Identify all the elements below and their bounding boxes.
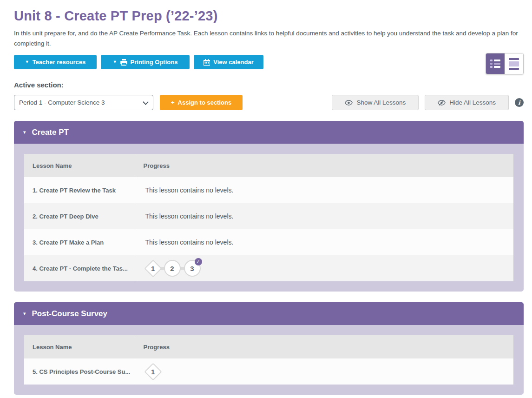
completed-check-icon: ✓ — [195, 258, 202, 265]
toolbar: ▼ Teacher resources ▼ Printing Options V… — [14, 55, 524, 76]
column-header-progress: Progress — [135, 154, 513, 177]
lesson-name-link[interactable]: 4. Create PT - Complete the Tas... — [24, 255, 135, 281]
lesson-row: 2. Create PT Deep Dive This lesson conta… — [24, 203, 513, 229]
show-all-lessons-button[interactable]: Show All Lessons — [332, 95, 419, 110]
lesson-row: 3. Create PT Make a Plan This lesson con… — [24, 229, 513, 255]
section-select[interactable]: Period 1 - Computer Science 3 — [14, 95, 153, 110]
printer-icon — [120, 59, 127, 66]
lesson-name-link[interactable]: 2. Create PT Deep Dive — [24, 203, 135, 229]
detail-view-icon — [509, 58, 519, 70]
caret-down-icon: ▾ — [23, 129, 26, 135]
unit-overview-page: Unit 8 - Create PT Prep (’22-’23) In thi… — [0, 0, 532, 395]
lesson-group-create-pt: ▾ Create PT Lesson Name Progress 1. Crea… — [14, 121, 524, 292]
level-bubble[interactable]: 1 — [144, 363, 162, 380]
lesson-group-post-course-survey: ▾ Post-Course Survey Lesson Name Progres… — [14, 302, 524, 395]
lesson-group-header[interactable]: ▾ Post-Course Survey — [14, 302, 524, 325]
lesson-name-link[interactable]: 5. CS Principles Post-Course Su... — [24, 358, 135, 385]
calendar-icon — [204, 59, 210, 66]
lesson-group-header[interactable]: ▾ Create PT — [14, 121, 524, 144]
level-bubble[interactable]: 2 — [164, 260, 181, 277]
printing-options-button[interactable]: ▼ Printing Options — [101, 55, 190, 69]
assign-to-sections-button[interactable]: + Assign to sections — [160, 95, 243, 110]
hide-all-lessons-label: Hide All Lessons — [449, 99, 496, 106]
unit-description: In this unit prepare for, and do the AP … — [14, 28, 521, 48]
lesson-group-title: Create PT — [32, 128, 69, 137]
lesson-row: 5. CS Principles Post-Course Su... 1 — [24, 358, 513, 385]
level-bubble[interactable]: 3 ✓ — [184, 260, 201, 277]
lesson-visibility-controls: Show All Lessons Hide All Lessons i — [332, 95, 524, 110]
active-section-label: Active section: — [14, 81, 524, 89]
eye-slash-icon — [438, 100, 446, 106]
lessons-table: Lesson Name Progress 1. Create PT Review… — [24, 154, 513, 281]
page-title: Unit 8 - Create PT Prep (’22-’23) — [14, 8, 524, 24]
printing-options-label: Printing Options — [131, 59, 178, 66]
section-select-wrap: Period 1 - Computer Science 3 — [14, 95, 153, 110]
eye-icon — [345, 100, 353, 106]
view-calendar-label: View calendar — [213, 59, 253, 66]
column-header-progress: Progress — [135, 335, 513, 358]
progress-text: This lesson contains no levels. — [135, 203, 513, 229]
lesson-name-link[interactable]: 3. Create PT Make a Plan — [24, 229, 135, 255]
column-header-lesson-name: Lesson Name — [24, 335, 135, 358]
progress-text: This lesson contains no levels. — [135, 229, 513, 255]
lesson-name-link[interactable]: 1. Create PT Review the Task — [24, 177, 135, 203]
caret-down-icon: ▼ — [113, 60, 117, 64]
lesson-group-title: Post-Course Survey — [32, 309, 108, 318]
level-progress: 1 2 3 ✓ — [145, 260, 513, 277]
lesson-group-body: Lesson Name Progress 1. Create PT Review… — [14, 144, 524, 292]
column-header-lesson-name: Lesson Name — [24, 154, 135, 177]
teacher-resources-label: Teacher resources — [33, 59, 86, 66]
plus-icon: + — [171, 99, 175, 106]
section-controls: Period 1 - Computer Science 3 + Assign t… — [14, 95, 524, 110]
caret-down-icon: ▾ — [23, 311, 26, 317]
lessons-table: Lesson Name Progress 5. CS Principles Po… — [24, 335, 513, 385]
caret-down-icon: ▼ — [25, 60, 29, 64]
list-view-icon — [490, 60, 500, 68]
level-progress: 1 — [145, 365, 513, 379]
teacher-resources-button[interactable]: ▼ Teacher resources — [14, 55, 97, 69]
table-header-row: Lesson Name Progress — [24, 335, 513, 358]
assign-to-sections-label: Assign to sections — [178, 99, 232, 106]
view-calendar-button[interactable]: View calendar — [194, 55, 263, 69]
progress-levels: 1 2 3 ✓ — [135, 255, 513, 281]
info-icon[interactable]: i — [515, 98, 524, 107]
list-view-button[interactable] — [486, 53, 505, 74]
view-toggle — [486, 53, 524, 74]
lesson-row: 4. Create PT - Complete the Tas... 1 2 3… — [24, 255, 513, 281]
level-bubble[interactable]: 1 — [144, 259, 162, 277]
lesson-row: 1. Create PT Review the Task This lesson… — [24, 177, 513, 203]
lesson-group-body: Lesson Name Progress 5. CS Principles Po… — [14, 325, 524, 395]
hide-all-lessons-button[interactable]: Hide All Lessons — [425, 95, 509, 110]
detail-view-button[interactable] — [505, 53, 523, 74]
progress-text: This lesson contains no levels. — [135, 177, 513, 203]
show-all-lessons-label: Show All Lessons — [356, 99, 406, 106]
progress-levels: 1 — [135, 358, 513, 385]
table-header-row: Lesson Name Progress — [24, 154, 513, 177]
